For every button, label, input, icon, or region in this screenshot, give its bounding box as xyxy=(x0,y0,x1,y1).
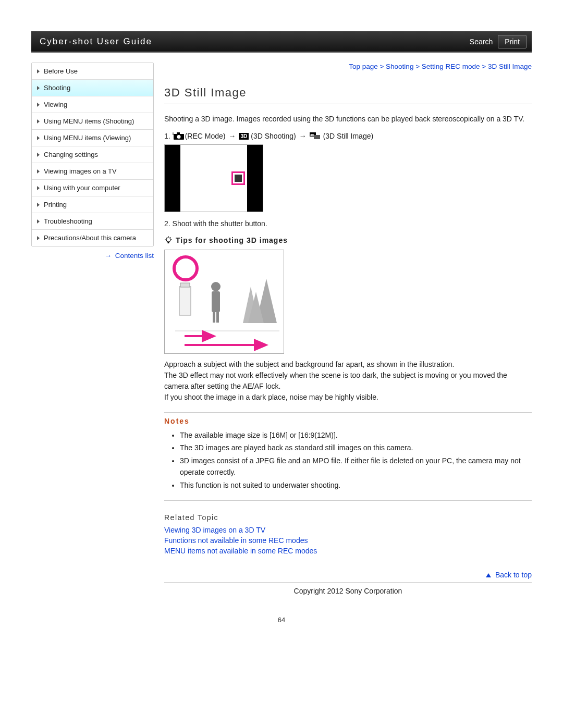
search-link[interactable]: Search xyxy=(470,38,493,46)
intro-text: Shooting a 3D image. Images recorded usi… xyxy=(164,114,532,125)
page-title: 3D Still Image xyxy=(164,86,532,100)
note-item: The 3D images are played back as standar… xyxy=(180,442,532,453)
page-number: 64 xyxy=(31,616,532,624)
tips-text: Approach a subject with the subject and … xyxy=(164,359,532,403)
chevron-right-icon xyxy=(37,86,40,90)
svg-rect-16 xyxy=(179,287,191,315)
sidebar-item-menu-shooting[interactable]: Using MENU items (Shooting) xyxy=(32,113,153,130)
sidebar: Before Use Shooting Viewing Using MENU i… xyxy=(31,63,154,260)
sidebar-item-computer[interactable]: Using with your computer xyxy=(32,180,153,196)
sidebar-item-shooting[interactable]: Shooting xyxy=(32,80,153,96)
svg-line-12 xyxy=(166,237,167,238)
svg-rect-21 xyxy=(216,312,219,323)
step-number: 1. xyxy=(164,132,170,140)
sidebar-item-label: Using MENU items (Viewing) xyxy=(44,134,131,142)
related-link[interactable]: Functions not available in some REC mode… xyxy=(164,536,532,545)
chevron-right-icon xyxy=(37,119,40,124)
preview-center xyxy=(180,145,247,212)
sidebar-item-before-use[interactable]: Before Use xyxy=(32,63,153,80)
3d-icon: 3D xyxy=(239,133,249,140)
svg-rect-6 xyxy=(314,135,320,139)
note-item: 3D images consist of a JPEG file and an … xyxy=(180,455,532,478)
tips-heading-text: Tips for shooting 3D images xyxy=(176,236,288,244)
note-item: The available image size is [16M] or [16… xyxy=(180,429,532,441)
sidebar-item-label: Changing settings xyxy=(44,151,98,158)
svg-point-18 xyxy=(211,282,221,291)
svg-rect-20 xyxy=(213,312,215,323)
sidebar-item-changing-settings[interactable]: Changing settings xyxy=(32,146,153,163)
chevron-right-icon xyxy=(37,69,40,73)
step-text: Shoot with the shutter button. xyxy=(173,219,267,228)
related-links: Viewing 3D images on a 3D TV Functions n… xyxy=(164,526,532,555)
selection-highlight xyxy=(231,171,245,185)
svg-rect-17 xyxy=(180,283,190,287)
chevron-right-icon xyxy=(37,203,40,207)
preview-right-bar xyxy=(247,145,263,212)
sidebar-item-label: Using with your computer xyxy=(44,184,120,192)
step-label-recmode: (REC Mode) xyxy=(185,132,226,140)
header-underline xyxy=(31,52,532,53)
notes-heading: Notes xyxy=(164,417,532,425)
arrow-right-icon: → xyxy=(228,132,236,140)
tips-heading: Tips for shooting 3D images xyxy=(164,236,532,244)
sidebar-item-label: Printing xyxy=(44,201,67,208)
step-label-3dstill: (3D Still Image) xyxy=(323,132,373,140)
sidebar-item-tv[interactable]: Viewing images on a TV xyxy=(32,163,153,180)
copyright: Copyright 2012 Sony Corporation xyxy=(164,582,532,595)
svg-rect-14 xyxy=(168,242,169,243)
sidebar-item-precautions[interactable]: Precautions/About this camera xyxy=(32,230,153,246)
svg-rect-1 xyxy=(177,132,180,134)
divider xyxy=(164,500,532,501)
back-to-top-link[interactable]: Back to top xyxy=(495,571,532,579)
divider xyxy=(164,104,532,104)
notes-list: The available image size is [16M] or [16… xyxy=(164,429,532,491)
sidebar-item-label: Troubleshooting xyxy=(44,217,92,225)
print-button[interactable]: Print xyxy=(498,35,527,48)
arrow-right-icon: → xyxy=(104,252,112,260)
chevron-right-icon xyxy=(37,219,40,224)
preview-left-bar xyxy=(165,145,180,212)
arrow-right-icon: → xyxy=(299,132,307,140)
related-link[interactable]: MENU items not available in some REC mod… xyxy=(164,547,532,555)
triangle-up-icon xyxy=(486,573,491,577)
chevron-right-icon xyxy=(37,153,40,157)
sidebar-item-printing[interactable]: Printing xyxy=(32,196,153,213)
breadcrumb[interactable]: Top page > Shooting > Setting REC mode >… xyxy=(164,63,532,70)
chevron-right-icon xyxy=(37,169,40,174)
main-content: Top page > Shooting > Setting REC mode >… xyxy=(164,63,532,595)
header-title: Cyber-shot User Guide xyxy=(40,36,152,47)
svg-rect-19 xyxy=(212,291,220,312)
sidebar-item-viewing[interactable]: Viewing xyxy=(32,96,153,113)
lightbulb-icon xyxy=(164,236,173,244)
note-item: This function is not suited to underwate… xyxy=(180,479,532,491)
divider xyxy=(164,412,532,413)
chevron-right-icon xyxy=(37,236,40,240)
sidebar-item-label: Precautions/About this camera xyxy=(44,234,136,242)
contents-list-link[interactable]: Contents list xyxy=(115,252,154,260)
sidebar-item-label: Using MENU items (Shooting) xyxy=(44,117,134,125)
chevron-right-icon xyxy=(37,136,40,140)
step-1: 1. i (REC Mode) → 3D (3D Shooting) → 3D … xyxy=(164,132,532,140)
sidebar-item-troubleshooting[interactable]: Troubleshooting xyxy=(32,213,153,230)
chevron-right-icon xyxy=(37,103,40,107)
svg-point-2 xyxy=(177,135,180,139)
preview-image xyxy=(164,144,263,212)
sidebar-item-label: Shooting xyxy=(44,84,70,92)
step-label-3dshooting: (3D Shooting) xyxy=(251,132,296,140)
contents-list: → Contents list xyxy=(31,252,154,260)
chevron-right-icon xyxy=(37,186,40,190)
sidebar-item-label: Viewing xyxy=(44,101,67,108)
header-controls: Search Print xyxy=(470,35,527,48)
svg-point-7 xyxy=(166,238,170,242)
sidebar-item-menu-viewing[interactable]: Using MENU items (Viewing) xyxy=(32,130,153,146)
related-heading: Related Topic xyxy=(164,513,532,522)
svg-line-13 xyxy=(170,237,172,238)
sidebar-item-label: Viewing images on a TV xyxy=(44,167,117,175)
3d-still-image-icon: 3D xyxy=(310,132,321,140)
step-number: 2. xyxy=(164,219,170,228)
mode-icon xyxy=(235,175,242,182)
tips-illustration xyxy=(164,250,284,354)
related-link[interactable]: Viewing 3D images on a 3D TV xyxy=(164,526,532,534)
header-bar: Cyber-shot User Guide Search Print xyxy=(31,31,532,52)
sidebar-item-label: Before Use xyxy=(44,67,78,75)
